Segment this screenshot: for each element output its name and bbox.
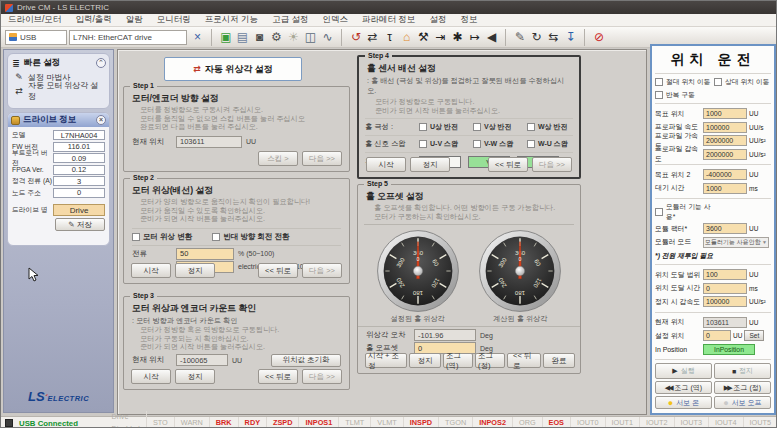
inposition-badge: InPosition bbox=[703, 344, 755, 355]
menu-item[interactable]: 드라이브/모터 bbox=[1, 14, 68, 26]
next-button[interactable]: 다음 >> bbox=[302, 263, 342, 278]
drive-combobox[interactable]: L7NH: EtherCAT drive bbox=[69, 30, 187, 45]
hall-polarity-checkbox[interactable]: V상 반전 bbox=[473, 122, 527, 132]
hall-swap-checkbox[interactable]: W-U 스왑 bbox=[527, 139, 581, 149]
status-flag: INPOS1 bbox=[299, 417, 339, 428]
start-button[interactable]: 시작 bbox=[366, 157, 406, 172]
menu-item[interactable]: 정보 bbox=[453, 14, 484, 26]
menu-item[interactable]: 프로시저 기능 bbox=[198, 14, 265, 26]
ls-electric-logo: LSˊELECTRIC bbox=[4, 389, 113, 404]
jog-move-icon[interactable]: ⇄ bbox=[364, 29, 381, 46]
back-button[interactable]: << 뒤로 bbox=[488, 157, 528, 172]
reverse-rotation-checkbox[interactable]: 반대 방향 회전 전환 bbox=[212, 232, 289, 242]
back-button[interactable]: << 뒤로 bbox=[258, 369, 298, 384]
connect-icon[interactable]: × bbox=[189, 29, 206, 46]
next-button[interactable]: 다음 >> bbox=[532, 157, 572, 172]
svg-text:0: 0 bbox=[519, 256, 522, 262]
torque-icon[interactable]: τ bbox=[381, 29, 398, 46]
menu-item[interactable]: 고급 설정 bbox=[265, 14, 315, 26]
download-icon[interactable]: ↧ bbox=[562, 29, 579, 46]
bulb-icon[interactable]: ☀ bbox=[285, 29, 302, 46]
position-field: -100065 bbox=[176, 354, 228, 366]
back-button[interactable]: << 뒤로 bbox=[507, 353, 541, 368]
servo-on-button[interactable]: ● 서보 온 bbox=[655, 396, 712, 409]
next-button[interactable]: 다음 >> bbox=[302, 151, 342, 166]
next-button[interactable]: 다음 >> bbox=[302, 369, 342, 384]
stop-button[interactable]: 정지 bbox=[409, 353, 441, 368]
power-cycle-note: *) 전원 재투입 필요 bbox=[655, 251, 771, 261]
wrench-icon[interactable]: ⚒ bbox=[415, 29, 432, 46]
gear-dark-icon[interactable]: ✱ bbox=[449, 29, 466, 46]
menu-item[interactable]: 알람 bbox=[119, 14, 150, 26]
hall-swap-checkbox[interactable]: V-W 스왑 bbox=[473, 139, 527, 149]
stop-button[interactable]: 정지 bbox=[175, 263, 215, 278]
stop-button[interactable]: 정지 bbox=[410, 157, 450, 172]
reset-position-button[interactable]: 위치값 초기화 bbox=[271, 354, 341, 367]
save-button[interactable]: ✎ 저장 bbox=[55, 218, 105, 231]
svg-text:0: 0 bbox=[416, 256, 419, 262]
refresh-icon[interactable]: ⇆ bbox=[545, 29, 562, 46]
gear-icon[interactable]: ⚙ bbox=[268, 29, 285, 46]
jog-forward-button[interactable]: 조그(정) bbox=[475, 353, 505, 368]
scope-icon[interactable]: ∿ bbox=[319, 29, 336, 46]
servo-off-button[interactable]: ● 서보 오프 bbox=[714, 396, 771, 409]
run-button[interactable]: ▶ 실행 bbox=[655, 363, 712, 379]
system-monitor-icon[interactable]: ▣ bbox=[211, 29, 234, 46]
skip-button[interactable]: 스킵 > bbox=[258, 151, 298, 166]
menu-item[interactable]: 파라메터 정보 bbox=[355, 14, 422, 26]
jog-reverse-button[interactable]: ◀◀ 조그 (역) bbox=[655, 381, 712, 394]
stop-button[interactable]: ■ 정지 bbox=[714, 363, 771, 379]
camera-icon[interactable]: ◙ bbox=[251, 29, 268, 46]
collapse-icon[interactable]: ⌃ bbox=[96, 58, 106, 68]
jog-reverse-button[interactable]: 조그(역) bbox=[443, 353, 473, 368]
hall-swap-checkbox[interactable]: U-V 스왑 bbox=[419, 139, 473, 149]
done-button[interactable]: 완료 bbox=[543, 353, 575, 368]
modular-factor-input[interactable]: 3600 bbox=[703, 223, 747, 234]
back-button[interactable]: << 뒤로 bbox=[258, 263, 298, 278]
item-icon: ✎ bbox=[14, 72, 24, 82]
drive-name-input[interactable]: Drive bbox=[53, 204, 105, 216]
menu-item[interactable]: 설정 bbox=[422, 14, 453, 26]
modular-mode-select[interactable]: 모듈러기능 사용안함 ▼ bbox=[703, 237, 769, 248]
relative-move-checkbox[interactable]: 상대 위치 이동 bbox=[714, 77, 771, 87]
close-icon[interactable]: × bbox=[96, 115, 106, 125]
menu-item[interactable]: 모니터링 bbox=[150, 14, 198, 26]
current-position-field: 103611 bbox=[703, 317, 747, 328]
pen-icon[interactable]: ✎ bbox=[505, 29, 528, 46]
speaker-icon[interactable]: ◀ bbox=[483, 29, 500, 46]
status-flag: WARN bbox=[175, 417, 210, 428]
absolute-move-checkbox[interactable]: 절대 위치 이동 bbox=[655, 77, 712, 87]
disable-icon[interactable]: ⊘ bbox=[584, 29, 607, 46]
start-button[interactable]: 시작 bbox=[131, 369, 171, 384]
redo-icon[interactable]: ↻ bbox=[528, 29, 545, 46]
step2-title: 모터 위상(배선) 설정 bbox=[132, 185, 341, 197]
port-combobox[interactable]: USB bbox=[5, 30, 67, 45]
auto-phase-button[interactable]: ⇄ 자동 위상각 설정 bbox=[164, 57, 302, 81]
export-icon[interactable]: ⇥ bbox=[432, 29, 449, 46]
start-button[interactable]: 시작 bbox=[131, 263, 171, 278]
menu-item[interactable]: 입력/출력 bbox=[68, 14, 118, 26]
set-button[interactable]: Set bbox=[744, 330, 764, 341]
menu-item[interactable]: 인덱스 bbox=[316, 14, 356, 26]
fast-forward-icon: ▶▶ bbox=[724, 384, 731, 392]
jog-knob-icon[interactable]: ↺ bbox=[341, 29, 364, 46]
status-flag: IOUT2 bbox=[640, 417, 675, 428]
stop-button[interactable]: 정지 bbox=[175, 369, 215, 384]
motor-phase-swap-checkbox[interactable]: 모터 위상 변환 bbox=[132, 232, 192, 242]
modular-checkbox[interactable]: 모듈러 기능 사용* bbox=[655, 202, 713, 222]
exit-icon[interactable]: ↦ bbox=[466, 29, 483, 46]
start-adjust-button[interactable]: 시작 + 조정 bbox=[365, 353, 407, 368]
usb-status: USB Connected bbox=[19, 419, 78, 428]
parameter-search-icon[interactable]: ▤ bbox=[234, 29, 251, 46]
app-icon bbox=[5, 4, 13, 12]
hall-polarity-checkbox[interactable]: U상 반전 bbox=[419, 122, 473, 132]
sidebar-item-auto-phase[interactable]: ⇄ 자동 모터 위상각 설정 bbox=[11, 84, 106, 98]
panel-meter-icon[interactable]: ◫ bbox=[302, 29, 319, 46]
jog-forward-button[interactable]: ▶▶ 조그 (정) bbox=[714, 381, 771, 394]
repeat-drive-checkbox[interactable]: 반복 구동 bbox=[655, 90, 713, 100]
current-input[interactable]: 50 bbox=[176, 248, 234, 260]
set-position-input[interactable]: 0 bbox=[703, 330, 731, 341]
port-value: USB bbox=[20, 33, 36, 42]
home-icon[interactable]: ⌂ bbox=[398, 29, 415, 46]
hall-polarity-checkbox[interactable]: W상 반전 bbox=[527, 122, 581, 132]
